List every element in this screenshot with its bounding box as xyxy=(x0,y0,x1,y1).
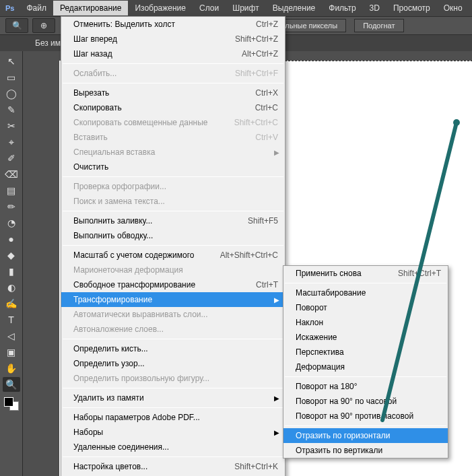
menubar-item-8[interactable]: Просмотр xyxy=(386,1,437,15)
menubar-item-5[interactable]: Выделение xyxy=(266,1,323,15)
transform-submenu-item[interactable]: Деформация xyxy=(283,360,448,374)
edit-menu-item[interactable]: Шаг назадAlt+Ctrl+Z xyxy=(61,46,285,61)
edit-menu-item-shortcut: Shift+Ctrl+F xyxy=(235,69,278,78)
tool-19[interactable]: ✋ xyxy=(3,361,20,376)
edit-menu-item-shortcut: Ctrl+C xyxy=(255,103,278,112)
edit-menu-item[interactable]: Удалить из памяти▶ xyxy=(61,390,285,405)
fit-screen-button[interactable]: Подогнат xyxy=(354,19,403,32)
transform-submenu-item[interactable]: Поворот на 180° xyxy=(283,379,448,394)
edit-menu-item[interactable]: Выполнить заливку...Shift+F5 xyxy=(61,213,285,228)
transform-submenu-item[interactable]: Поворот на 90° против часовой xyxy=(283,409,448,423)
tool-1[interactable]: ▭ xyxy=(3,70,20,85)
tool-7[interactable]: ⌫ xyxy=(3,167,20,182)
menubar-item-9[interactable]: Окно xyxy=(437,1,469,15)
edit-menu-item-label: Шаг назад xyxy=(73,49,228,59)
edit-menu-item[interactable]: Шаг впередShift+Ctrl+Z xyxy=(61,32,285,46)
tool-6[interactable]: ✐ xyxy=(3,151,20,166)
transform-submenu-item[interactable]: Поворот xyxy=(283,300,448,315)
edit-menu-item: Определить произвольную фигуру... xyxy=(61,371,285,386)
edit-menu-item[interactable]: Выполнить обводку... xyxy=(61,228,285,243)
menubar-item-4[interactable]: Шрифт xyxy=(226,1,265,15)
edit-menu-item[interactable]: Наборы параметров Adobe PDF... xyxy=(61,410,285,425)
edit-menu-item[interactable]: Настройка цветов...Shift+Ctrl+K xyxy=(61,459,285,474)
transform-submenu-item-label: Деформация xyxy=(296,362,441,372)
menubar-item-0[interactable]: Файл xyxy=(20,1,53,15)
tool-5[interactable]: ⌖ xyxy=(3,135,20,149)
tool-8[interactable]: ▤ xyxy=(3,183,20,198)
edit-menu-item[interactable]: Наборы▶ xyxy=(61,425,285,440)
tool-20[interactable]: 🔍 xyxy=(3,377,20,392)
transform-submenu-item[interactable]: Применить сноваShift+Ctrl+T xyxy=(283,266,448,281)
edit-menu-separator xyxy=(63,339,283,339)
edit-menu-item[interactable]: Масштаб с учетом содержимогоAlt+Shift+Ct… xyxy=(61,248,285,263)
transform-submenu-item[interactable]: Наклон xyxy=(283,315,448,330)
edit-menu-item: Специальная вставка▶ xyxy=(61,145,285,160)
edit-menu-separator xyxy=(63,211,283,211)
menubar-item-10[interactable]: Сп xyxy=(469,1,472,15)
edit-menu-item-shortcut: Shift+Ctrl+K xyxy=(234,462,278,471)
transform-submenu-item[interactable]: Отразить по вертикали xyxy=(283,443,448,458)
tool-14[interactable]: ◐ xyxy=(3,280,20,295)
transform-submenu-item[interactable]: Поворот на 90° по часовой xyxy=(283,394,448,409)
edit-menu-item-label: Вставить xyxy=(73,133,242,142)
edit-menu-item-shortcut: Alt+Ctrl+Z xyxy=(242,49,278,59)
edit-menu-item-label: Настройка цветов... xyxy=(73,462,221,471)
tool-12[interactable]: ◆ xyxy=(3,248,20,263)
menubar-item-1[interactable]: Редактирование xyxy=(53,1,128,15)
zoom-in-icon[interactable]: ⊕ xyxy=(32,18,55,33)
edit-menu-item-label: Масштаб с учетом содержимого xyxy=(73,250,207,260)
edit-menu-item[interactable]: СкопироватьCtrl+C xyxy=(61,100,285,115)
edit-menu-item[interactable]: Определить кисть... xyxy=(61,341,285,356)
tool-3[interactable]: ✎ xyxy=(3,102,20,117)
transform-submenu-item-label: Отразить по горизонтали xyxy=(296,431,441,440)
menubar-item-6[interactable]: Фильтр xyxy=(322,1,362,15)
transform-submenu-item[interactable]: Искажение xyxy=(283,330,448,345)
transform-submenu-item-label: Применить снова xyxy=(296,269,398,278)
edit-menu-item-shortcut: Shift+Ctrl+C xyxy=(234,118,278,127)
tool-11[interactable]: ● xyxy=(3,232,20,246)
edit-menu-item-label: Отменить: Выделить холст xyxy=(73,20,242,29)
tool-0[interactable]: ↖ xyxy=(3,54,20,69)
edit-menu-item-label: Скопировать совмещенные данные xyxy=(73,118,221,127)
edit-menu-item[interactable]: Отменить: Выделить холстCtrl+Z xyxy=(61,17,285,32)
menubar-item-3[interactable]: Слои xyxy=(193,1,226,15)
toolbox: ↖▭◯✎✂⌖✐⌫▤✏◔●◆▮◐✍T◁▣✋🔍 xyxy=(0,51,23,476)
edit-menu-item-shortcut: Shift+Ctrl+Z xyxy=(235,34,278,44)
edit-menu-item: Проверка орфографии... xyxy=(61,179,285,194)
menubar-item-2[interactable]: Изображение xyxy=(128,1,193,15)
edit-menu-item-label: Выполнить обводку... xyxy=(73,231,278,240)
edit-menu-item[interactable]: Определить узор... xyxy=(61,356,285,371)
edit-menu-item-shortcut: Shift+F5 xyxy=(248,216,278,226)
tool-15[interactable]: ✍ xyxy=(3,296,20,311)
edit-menu-item-label: Удалить из памяти xyxy=(73,393,278,403)
tool-13[interactable]: ▮ xyxy=(3,264,20,279)
transform-submenu-item-label: Поворот на 90° по часовой xyxy=(296,397,441,406)
edit-menu-item-label: Марионеточная деформация xyxy=(73,265,278,275)
transform-submenu-item[interactable]: Масштабирование xyxy=(283,285,448,300)
edit-menu-item[interactable]: Свободное трансформированиеCtrl+T xyxy=(61,277,285,292)
tool-10[interactable]: ◔ xyxy=(3,215,20,230)
tool-17[interactable]: ◁ xyxy=(3,329,20,343)
edit-menu-item-shortcut: Ctrl+X xyxy=(255,88,278,98)
transform-submenu-item[interactable]: Отразить по горизонтали xyxy=(283,428,448,443)
transform-submenu-item[interactable]: Перспектива xyxy=(283,345,448,360)
edit-menu-item-label: Определить кисть... xyxy=(73,344,278,353)
tool-9[interactable]: ✏ xyxy=(3,199,20,214)
edit-menu-item: Марионеточная деформация xyxy=(61,263,285,277)
edit-menu-item-label: Проверка орфографии... xyxy=(73,182,278,191)
transform-submenu-item-label: Перспектива xyxy=(296,347,441,357)
edit-menu-item[interactable]: Очистить xyxy=(61,160,285,174)
tool-16[interactable]: T xyxy=(3,312,20,327)
edit-menu-item[interactable]: ВырезатьCtrl+X xyxy=(61,86,285,100)
tool-18[interactable]: ▣ xyxy=(3,345,20,360)
edit-menu-item[interactable]: Трансформирование▶ xyxy=(61,292,285,307)
edit-menu-separator xyxy=(63,83,283,83)
edit-menu-item-label: Автоматически выравнивать слои... xyxy=(73,310,278,319)
tool-2[interactable]: ◯ xyxy=(3,86,20,101)
edit-menu-item-label: Наборы параметров Adobe PDF... xyxy=(73,413,278,422)
menubar-item-7[interactable]: 3D xyxy=(363,1,386,15)
edit-menu-item[interactable]: Удаленные соединения... xyxy=(61,440,285,454)
tool-4[interactable]: ✂ xyxy=(3,118,20,133)
color-swatch[interactable] xyxy=(3,397,20,411)
zoom-tool-icon[interactable]: 🔍 xyxy=(5,18,28,33)
